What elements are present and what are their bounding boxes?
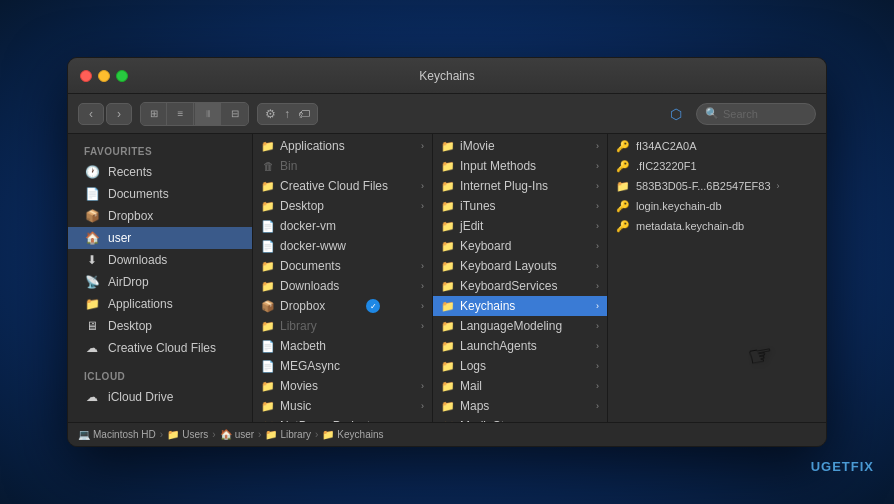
breadcrumb-library[interactable]: 📁 Library [265,429,311,440]
list-item[interactable]: 📁KeyboardServices› [433,276,607,296]
col-label: Mail [460,379,482,393]
dropbox-folder-icon: 📦 [261,299,275,313]
breadcrumb-users[interactable]: 📁 Users [167,429,208,440]
toolbar: ‹ › ⊞ ≡ ⫴ ⊟ ⚙ ↑ 🏷 ⬡ 🔍 Search [68,94,826,134]
list-item[interactable]: 🔑 fI34AC2A0A [608,136,793,156]
sidebar-item-documents[interactable]: 📄 Documents [68,183,252,205]
minimize-button[interactable] [98,70,110,82]
list-item[interactable]: 📦Dropbox✓› [253,296,432,316]
sidebar-item-downloads[interactable]: ⬇ Downloads [68,249,252,271]
dropbox-toolbar-icon[interactable]: ⬡ [664,103,688,125]
list-item[interactable]: 📁Maps› [433,396,607,416]
col-label: Internet Plug-Ins [460,179,548,193]
favourites-header: Favourites [68,142,252,161]
chevron-icon: › [421,261,424,271]
sidebar-item-desktop[interactable]: 🖥 Desktop [68,315,252,337]
list-item[interactable]: 📁Input Methods› [433,156,607,176]
folder-icon: 📁 [261,199,275,213]
folder-icon: 📁 [261,259,275,273]
chevron-icon: › [596,181,599,191]
cursor-pointer: ☞ [745,337,775,374]
list-item[interactable]: 🔑 metadata.keychain-db [608,216,793,236]
sidebar-item-recents[interactable]: 🕐 Recents [68,161,252,183]
col-label: Documents [280,259,341,273]
columns-area: 📁Applications› 🗑Bin 📁Creative Cloud File… [253,134,826,422]
sidebar-item-creative-cloud[interactable]: ☁ Creative Cloud Files [68,337,252,359]
tag-icon[interactable]: 🏷 [295,107,313,121]
breadcrumb-keychains[interactable]: 📁 Keychains [322,429,383,440]
col-label: Bin [280,159,297,173]
breadcrumb-user[interactable]: 🏠 user [220,429,254,440]
chevron-icon: › [421,381,424,391]
list-item[interactable]: 📁Keyboard› [433,236,607,256]
folder-icon: 📁 [441,279,455,293]
list-item[interactable]: 📁 583B3D05-F...6B2547EF83 › [608,176,793,196]
list-item[interactable]: 📁iTunes› [433,196,607,216]
share-icon[interactable]: ↑ [281,107,293,121]
chevron-icon: › [596,361,599,371]
list-item[interactable]: 📁LanguageModeling› [433,316,607,336]
list-item[interactable]: 📁Music› [253,396,432,416]
traffic-lights [80,70,128,82]
list-item[interactable]: 📄docker-www [253,236,432,256]
keychain-icon: 🔑 [616,159,630,173]
list-item[interactable]: 📁Documents› [253,256,432,276]
folder-bc-icon: 📁 [265,429,277,440]
column-3: 🔑 fI34AC2A0A 🔑 .fIC23220F1 📁 583B3D05-F.… [608,134,793,422]
icon-view-button[interactable]: ⊞ [141,103,167,125]
back-button[interactable]: ‹ [78,103,104,125]
list-item[interactable]: 📁Library› [253,316,432,336]
list-item[interactable]: 🔑 login.keychain-db [608,196,793,216]
column-view-button[interactable]: ⫴ [195,103,221,125]
folder-icon: 📁 [441,379,455,393]
list-item[interactable]: 📁Mail› [433,376,607,396]
col-label: Keychains [460,299,515,313]
keychains-folder-item[interactable]: 📁Keychains› [433,296,607,316]
chevron-icon: › [596,301,599,311]
list-item[interactable]: 📁Logs› [433,356,607,376]
sidebar-item-airdrop[interactable]: 📡 AirDrop [68,271,252,293]
col-label: Creative Cloud Files [280,179,388,193]
list-view-button[interactable]: ≡ [168,103,194,125]
creative-cloud-icon: ☁ [84,340,100,356]
user-bc-icon: 🏠 [220,429,232,440]
list-item[interactable]: 📁Keyboard Layouts› [433,256,607,276]
list-item[interactable]: 📄docker-vm [253,216,432,236]
sidebar: Favourites 🕐 Recents 📄 Documents 📦 Dropb… [68,134,253,422]
sort-icon[interactable]: ⚙ [262,107,279,121]
list-item[interactable]: 🗑Bin [253,156,432,176]
list-item[interactable]: 📁Applications› [253,136,432,156]
documents-icon: 📄 [84,186,100,202]
chevron-icon: › [421,181,424,191]
list-item[interactable]: 🔑 .fIC23220F1 [608,156,793,176]
breadcrumb-macintosh[interactable]: 💻 Macintosh HD [78,429,156,440]
chevron-icon: › [596,341,599,351]
sidebar-item-user[interactable]: 🏠 user [68,227,252,249]
sidebar-item-applications[interactable]: 📁 Applications [68,293,252,315]
close-button[interactable] [80,70,92,82]
search-box[interactable]: 🔍 Search [696,103,816,125]
chevron-icon: › [596,261,599,271]
list-item[interactable]: 📄Macbeth [253,336,432,356]
list-item[interactable]: 📁jEdit› [433,216,607,236]
col-label: LanguageModeling [460,319,562,333]
downloads-icon: ⬇ [84,252,100,268]
list-item[interactable]: 📁Creative Cloud Files› [253,176,432,196]
list-item[interactable]: 📄MEGAsync [253,356,432,376]
title-bar: Keychains [68,58,826,94]
sidebar-label-documents: Documents [108,187,169,201]
list-item[interactable]: 📁Internet Plug-Ins› [433,176,607,196]
forward-button[interactable]: › [106,103,132,125]
folder-icon: 📁 [441,179,455,193]
list-item[interactable]: 📁Downloads› [253,276,432,296]
sort-group: ⚙ ↑ 🏷 [257,103,318,125]
sidebar-item-dropbox[interactable]: 📦 Dropbox [68,205,252,227]
list-item[interactable]: 📁Desktop› [253,196,432,216]
list-item[interactable]: 📁Movies› [253,376,432,396]
list-item[interactable]: 📁iMovie› [433,136,607,156]
gallery-view-button[interactable]: ⊟ [222,103,248,125]
breadcrumb-separator: › [258,429,261,440]
sidebar-item-icloud[interactable]: ☁ iCloud Drive [68,386,252,408]
list-item[interactable]: 📁LaunchAgents› [433,336,607,356]
maximize-button[interactable] [116,70,128,82]
